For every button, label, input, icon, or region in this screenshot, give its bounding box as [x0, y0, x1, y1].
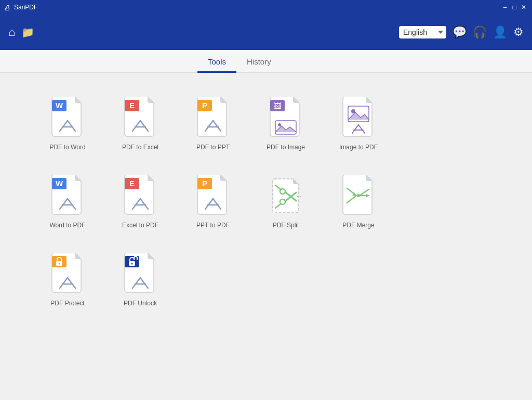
tool-label: PDF Merge: [342, 222, 374, 229]
maximize-button[interactable]: □: [510, 3, 518, 11]
tab-tools[interactable]: Tools: [197, 52, 236, 73]
tool-pdf-to-image[interactable]: 🖼 PDF to Image: [249, 88, 322, 156]
svg-point-61: [131, 263, 133, 265]
minimize-button[interactable]: –: [501, 3, 509, 11]
tool-label: Image to PDF: [339, 144, 378, 151]
tool-row-2: W Word to PDF E: [31, 166, 501, 234]
tool-label: Word to PDF: [49, 222, 85, 229]
home-button[interactable]: ⌂: [8, 25, 15, 39]
tool-label: PDF to PPT: [196, 144, 230, 151]
tool-label: PDF Protect: [50, 300, 84, 307]
tool-pdf-to-word[interactable]: W PDF to Word: [31, 88, 104, 156]
tool-image-to-pdf[interactable]: Image to PDF: [322, 88, 395, 156]
tool-row-3: PDF Protect: [31, 244, 501, 312]
tool-pdf-unlock[interactable]: PDF Unlock: [104, 244, 177, 312]
svg-point-55: [59, 263, 60, 265]
titlebar: 🖨 SanPDF – □ ✕: [0, 0, 532, 15]
chat-icon[interactable]: 💬: [453, 25, 467, 39]
tool-pdf-merge[interactable]: PDF Merge: [322, 166, 395, 234]
tabs: Tools History: [0, 50, 532, 73]
tool-label: Excel to PDF: [122, 222, 158, 229]
svg-text:W: W: [56, 101, 63, 110]
app-icon: 🖨: [4, 4, 11, 11]
tool-ppt-to-pdf[interactable]: P PPT to PDF: [177, 166, 249, 234]
tool-label: PDF to Image: [267, 144, 305, 151]
main-content: W PDF to Word E: [0, 73, 532, 400]
tab-history[interactable]: History: [236, 52, 282, 73]
svg-text:🖼: 🖼: [274, 102, 281, 110]
tool-label: PDF Split: [273, 222, 299, 229]
svg-text:E: E: [129, 179, 135, 188]
folder-button[interactable]: 📁: [21, 26, 34, 38]
window-controls: – □ ✕: [501, 3, 528, 11]
svg-text:W: W: [56, 179, 63, 188]
tool-row-1: W PDF to Word E: [31, 88, 501, 156]
tool-excel-to-pdf[interactable]: E Excel to PDF: [104, 166, 177, 234]
headset-icon[interactable]: 🎧: [473, 25, 487, 39]
svg-text:P: P: [202, 179, 207, 188]
svg-point-18: [278, 123, 281, 126]
tool-label: PPT to PDF: [196, 222, 230, 229]
svg-text:E: E: [129, 101, 135, 110]
svg-text:P: P: [202, 101, 207, 110]
tool-label: PDF Unlock: [124, 300, 157, 307]
tool-pdf-to-ppt[interactable]: P PDF to PPT: [177, 88, 249, 156]
language-selector[interactable]: English Chinese French German Japanese: [399, 26, 446, 38]
tool-word-to-pdf[interactable]: W Word to PDF: [31, 166, 104, 234]
header: ⌂ 📁 English Chinese French German Japane…: [0, 15, 532, 50]
close-button[interactable]: ✕: [520, 3, 528, 11]
tool-pdf-split[interactable]: PDF Split: [249, 166, 322, 234]
tool-pdf-protect[interactable]: PDF Protect: [31, 244, 104, 312]
tool-label: PDF to Word: [49, 144, 85, 151]
settings-icon[interactable]: ⚙: [513, 25, 524, 39]
tool-label: PDF to Excel: [122, 144, 158, 151]
tool-pdf-to-excel[interactable]: E PDF to Excel: [104, 88, 177, 156]
titlebar-title: SanPDF: [14, 4, 501, 11]
user-icon[interactable]: 👤: [493, 25, 507, 39]
